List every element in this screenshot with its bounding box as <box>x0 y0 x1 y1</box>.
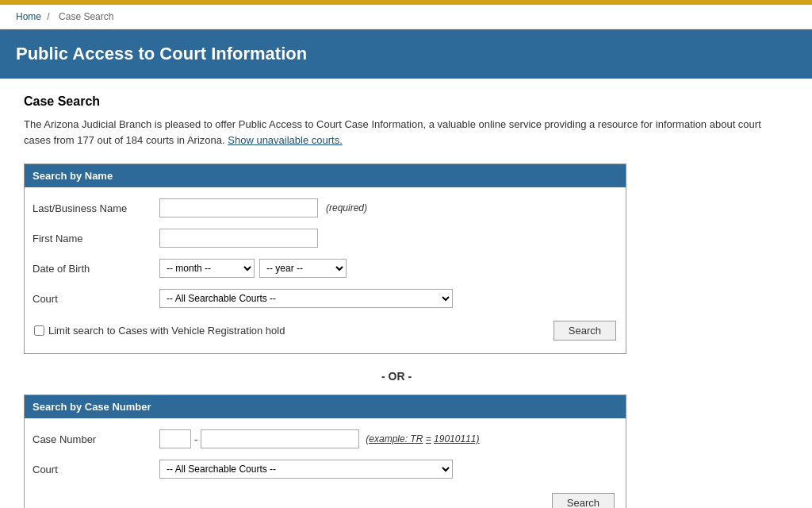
vehicle-checkbox-label: Limit search to Cases with Vehicle Regis… <box>48 325 285 337</box>
section-title: Case Search <box>24 94 769 109</box>
last-name-row: Last/Business Name (required) <box>33 197 618 219</box>
court-case-row: Court -- All Searchable Courts -- <box>33 458 618 480</box>
case-number-label: Case Number <box>33 433 159 445</box>
first-name-controls <box>159 229 618 248</box>
page-header: Public Access to Court Information <box>0 29 812 79</box>
breadcrumb-home[interactable]: Home <box>16 11 41 22</box>
or-divider: - OR - <box>24 370 769 383</box>
case-example-text: (example: TR = 19010111) <box>366 433 479 444</box>
first-name-row: First Name <box>33 227 618 249</box>
last-name-controls: (required) <box>159 198 618 217</box>
required-indicator: (required) <box>326 202 367 214</box>
description-text: The Arizona Judicial Branch is pleased t… <box>24 118 761 146</box>
case-example-number: 19010111) <box>434 433 479 444</box>
search-case-bottom-row: Search <box>33 488 618 508</box>
dob-row: Date of Birth -- month -- JanuaryFebruar… <box>33 257 618 279</box>
breadcrumb: Home / Case Search <box>0 5 812 29</box>
breadcrumb-separator: / <box>47 11 49 22</box>
breadcrumb-current: Case Search <box>59 11 113 22</box>
case-example-equals: = <box>426 433 431 444</box>
vehicle-checkbox[interactable] <box>34 325 44 336</box>
page-title: Public Access to Court Information <box>16 44 796 64</box>
court-case-label: Court <box>33 464 159 475</box>
search-by-case-header: Search by Case Number <box>25 395 626 418</box>
search-by-case-button[interactable]: Search <box>552 493 615 508</box>
court-case-select[interactable]: -- All Searchable Courts -- <box>159 460 453 479</box>
dob-label: Date of Birth <box>33 263 159 275</box>
vehicle-checkbox-row: Limit search to Cases with Vehicle Regis… <box>33 318 618 344</box>
court-name-select[interactable]: -- All Searchable Courts -- <box>159 289 453 308</box>
case-example-prefix: (example: TR <box>366 433 423 444</box>
court-name-row: Court -- All Searchable Courts -- <box>33 287 618 310</box>
search-by-case-body: Case Number - (example: TR = 19010111) <box>25 418 626 508</box>
last-name-label: Last/Business Name <box>33 202 159 214</box>
case-number-inputs: - (example: TR = 19010111) <box>159 429 479 448</box>
month-select[interactable]: -- month -- JanuaryFebruaryMarch AprilMa… <box>159 259 255 278</box>
search-by-name-body: Last/Business Name (required) First Name… <box>25 187 626 353</box>
first-name-label: First Name <box>33 233 159 244</box>
dob-controls: -- month -- JanuaryFebruaryMarch AprilMa… <box>159 259 618 278</box>
case-number-row: Case Number - (example: TR = 19010111) <box>33 428 618 450</box>
search-by-name-header: Search by Name <box>25 164 626 187</box>
description: The Arizona Judicial Branch is pleased t… <box>24 117 769 148</box>
year-select[interactable]: -- year -- 202420232022 202120202019 201… <box>259 259 347 278</box>
case-number-input[interactable] <box>201 429 359 448</box>
court-name-controls: -- All Searchable Courts -- <box>159 289 618 308</box>
court-name-label: Court <box>33 293 159 305</box>
first-name-input[interactable] <box>159 229 318 248</box>
search-by-name-box: Search by Name Last/Business Name (requi… <box>24 164 626 354</box>
court-case-controls: -- All Searchable Courts -- <box>159 460 618 479</box>
show-unavailable-link[interactable]: Show unavailable courts. <box>228 134 343 146</box>
case-prefix-input[interactable] <box>159 429 191 448</box>
search-by-name-button[interactable]: Search <box>553 321 616 341</box>
main-content: Case Search The Arizona Judicial Branch … <box>0 79 793 508</box>
last-name-input[interactable] <box>159 198 318 217</box>
case-number-controls: - (example: TR = 19010111) <box>159 429 618 448</box>
case-dash: - <box>194 433 197 445</box>
vehicle-checkbox-left: Limit search to Cases with Vehicle Regis… <box>34 325 285 337</box>
search-by-case-box: Search by Case Number Case Number - (exa… <box>24 394 626 508</box>
